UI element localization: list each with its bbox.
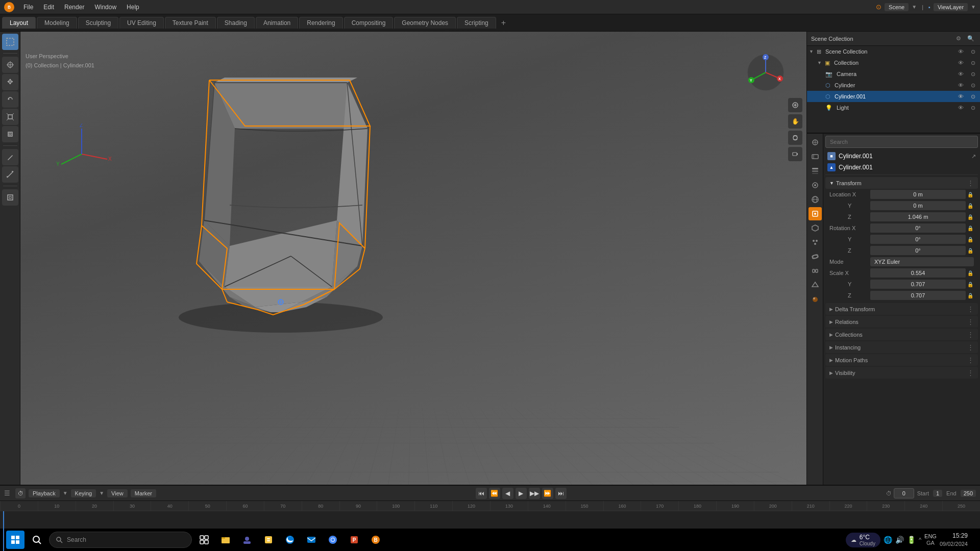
task-view-btn[interactable] [195, 531, 213, 549]
tab-layout[interactable]: Layout [2, 17, 36, 29]
prop-view-layer-icon[interactable] [808, 164, 822, 178]
rotation-mode[interactable]: XYZ Euler [870, 257, 974, 266]
rotation-x-lock[interactable]: 🔒 [967, 224, 974, 232]
rotation-z[interactable]: 0° [870, 246, 966, 255]
tool-transform[interactable]: ⊕ [2, 126, 18, 142]
rotation-z-lock[interactable]: 🔒 [967, 247, 974, 254]
taskbar-powerpoint[interactable]: P [345, 531, 363, 549]
menu-edit[interactable]: Edit [39, 3, 58, 12]
taskbar-chrome[interactable] [324, 531, 342, 549]
tool-add-object[interactable] [2, 189, 18, 206]
marker-btn[interactable]: Marker [131, 489, 156, 497]
location-x-lock[interactable]: 🔒 [967, 191, 974, 198]
instancing-dots[interactable]: ⋮ [967, 343, 974, 351]
scale-y-lock[interactable]: 🔒 [967, 281, 974, 288]
prop-world-icon[interactable] [808, 193, 822, 206]
tool-annotate[interactable] [2, 149, 18, 165]
scale-y[interactable]: 0.707 [870, 280, 966, 289]
weather-widget[interactable]: ☁ 6°C Cloudy [846, 533, 880, 547]
view-layer-dropdown[interactable]: ▼ [971, 4, 976, 10]
taskbar-edge[interactable] [281, 531, 299, 549]
battery-icon[interactable]: 🔋 [907, 536, 916, 544]
view-layer-name[interactable]: ViewLayer [934, 3, 968, 11]
motion-paths-dots[interactable]: ⋮ [967, 356, 974, 364]
prop-object-name[interactable]: Cylinder.001 [839, 153, 873, 160]
prop-constraints-icon[interactable] [808, 264, 822, 278]
tab-scripting[interactable]: Scripting [457, 17, 496, 29]
visibility-dots[interactable]: ⋮ [967, 369, 974, 377]
tool-cursor[interactable] [2, 57, 18, 73]
tab-compositing[interactable]: Compositing [344, 17, 394, 29]
timeline-menu-icon[interactable]: ☰ [4, 489, 10, 497]
taskbar-outlook[interactable] [302, 531, 321, 549]
relations-dots[interactable]: ⋮ [967, 318, 974, 325]
collections-dots[interactable]: ⋮ [967, 331, 974, 338]
cyl-restrict-btn[interactable]: ⊙ [968, 80, 978, 90]
outliner-item-cylinder[interactable]: ⬡ Cylinder 👁 ⊙ [807, 80, 980, 91]
tab-animation[interactable]: Animation [256, 17, 298, 29]
view-btn[interactable]: View [107, 489, 128, 497]
frame-next-btn[interactable]: ▶▶ [529, 488, 540, 499]
prop-section-collections[interactable]: ▶ Collections ⋮ [825, 329, 978, 340]
play-btn[interactable]: ▶ [516, 488, 527, 499]
start-value[interactable]: 1 [933, 490, 942, 497]
jump-end-btn[interactable]: ⏭ [555, 488, 567, 499]
scene-restrict-btn[interactable]: ⊙ [968, 46, 978, 57]
blender-logo[interactable]: B [4, 2, 14, 12]
prop-physics-icon[interactable] [808, 250, 822, 263]
keying-btn[interactable]: Keying [71, 489, 96, 497]
windows-start-button[interactable] [6, 531, 24, 549]
location-z[interactable]: 1.046 m [870, 212, 966, 221]
properties-search-input[interactable] [825, 136, 978, 148]
outliner-item-light[interactable]: 💡 Light 👁 ⊙ [807, 102, 980, 113]
system-clock[interactable]: 15:29 09/02/2024 [940, 532, 968, 548]
tab-shading[interactable]: Shading [217, 17, 255, 29]
tool-measure[interactable] [2, 166, 18, 183]
playback-arrow[interactable]: ▼ [63, 490, 68, 496]
orbit-btn[interactable] [788, 131, 802, 145]
volume-icon[interactable]: 🔊 [895, 536, 904, 544]
frame-prev-btn[interactable]: ◀ [502, 488, 513, 499]
current-frame-input[interactable]: 0 [894, 488, 914, 498]
cyl-eye-btn[interactable]: 👁 [955, 80, 966, 90]
prop-section-motion-paths[interactable]: ▶ Motion Paths ⋮ [825, 354, 978, 366]
prop-material-icon[interactable] [808, 293, 822, 306]
tool-rotate[interactable] [2, 91, 18, 108]
tab-rendering[interactable]: Rendering [299, 17, 342, 29]
delta-dots[interactable]: ⋮ [967, 305, 974, 313]
tab-geometry-nodes[interactable]: Geometry Nodes [394, 17, 456, 29]
prop-link-icon[interactable]: ↗ [971, 153, 976, 160]
notification-area[interactable]: ^ [919, 537, 921, 543]
prop-section-instancing[interactable]: ▶ Instancing ⋮ [825, 341, 978, 353]
axis-gizmo[interactable]: Z X Y [745, 52, 786, 93]
rotation-y-lock[interactable]: 🔒 [967, 236, 974, 243]
tool-move[interactable]: ✥ [2, 74, 18, 90]
tab-texture-paint[interactable]: Texture Paint [165, 17, 216, 29]
prop-section-visibility[interactable]: ▶ Visibility ⋮ [825, 367, 978, 379]
add-workspace-button[interactable]: + [497, 17, 510, 29]
pan-btn[interactable]: ✋ [788, 114, 802, 129]
timeline-mode-icon[interactable]: ⏱ [15, 488, 26, 498]
scene-eye-btn[interactable]: 👁 [955, 46, 966, 57]
tab-modeling[interactable]: Modeling [37, 17, 77, 29]
menu-render[interactable]: Render [60, 3, 88, 12]
camera-nav-btn[interactable] [788, 147, 802, 161]
prop-section-relations[interactable]: ▶ Relations ⋮ [825, 316, 978, 328]
light-restrict-btn[interactable]: ⊙ [968, 103, 978, 113]
viewport[interactable]: ☰ Object Mode ▼ View Select Add Object 🧲… [20, 32, 806, 485]
menu-window[interactable]: Window [90, 3, 120, 12]
prop-render-icon[interactable] [808, 136, 822, 149]
tab-sculpting[interactable]: Sculpting [78, 17, 118, 29]
col-restrict-btn[interactable]: ⊙ [968, 58, 978, 68]
col-eye-btn[interactable]: 👁 [955, 58, 966, 68]
outliner-item-camera[interactable]: 📷 Camera 👁 ⊙ [807, 68, 980, 80]
network-icon[interactable]: 🌐 [884, 536, 892, 544]
end-value[interactable]: 250 [961, 490, 976, 497]
tab-uv-editing[interactable]: UV Editing [119, 17, 164, 29]
language-indicator[interactable]: ENG GA [924, 533, 937, 546]
menu-file[interactable]: File [19, 3, 37, 12]
outliner-item-scene-collection[interactable]: ▼ ⊞ Scene Collection 👁 ⊙ [807, 46, 980, 57]
rotation-x[interactable]: 0° [870, 223, 966, 233]
rotation-y[interactable]: 0° [870, 235, 966, 244]
taskbar-files[interactable] [259, 531, 278, 549]
